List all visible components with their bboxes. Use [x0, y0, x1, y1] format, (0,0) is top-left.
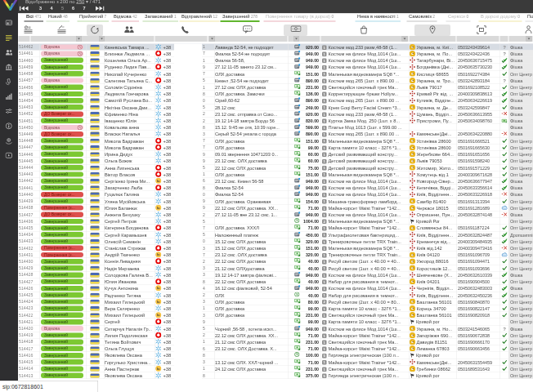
svg-text:$: $	[296, 353, 298, 357]
svg-text:$: $	[296, 218, 298, 222]
svg-text:$: $	[296, 292, 298, 296]
